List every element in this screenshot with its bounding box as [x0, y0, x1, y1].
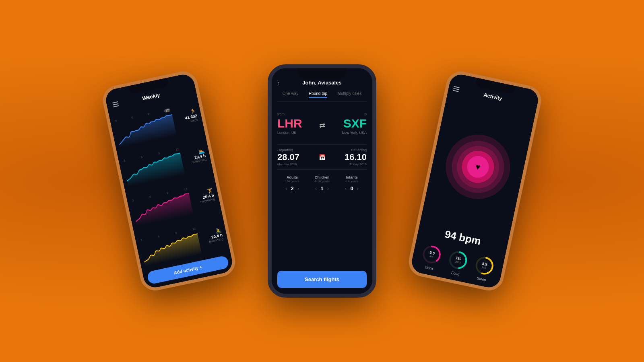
depart-label-1: Departing [277, 148, 316, 152]
to-label: to [328, 112, 367, 116]
children-counter-col: ‹ 1 › [307, 185, 337, 191]
adults-col: Adults 16+ years [277, 175, 307, 183]
adults-increment[interactable]: › [297, 186, 299, 191]
to-city: New York, USA [328, 131, 367, 135]
metric-sleep: 8.5 hrs Sleep [471, 254, 496, 283]
weekly-title: Weekly [142, 92, 161, 101]
chart-area-swim1: 36912 [122, 148, 184, 183]
pulse-rings: ♥ [440, 129, 516, 205]
calendar-icon: 📅 [319, 154, 326, 160]
route-from[interactable]: from LHR London, UK [277, 112, 316, 135]
infants-counter-col: ‹ 0 › [337, 185, 367, 191]
drink-value-container: 3.5 ltrs [420, 243, 444, 266]
drink-unit: ltrs [429, 255, 434, 258]
phones-container: Weekly 369 12 [101, 20, 543, 342]
children-age: 4-16 years [307, 179, 337, 183]
adults-counter-col: ‹ 2 › [277, 185, 307, 191]
chart-area-steps: 369 12 [114, 108, 175, 144]
metric-drink: 3.5 ltrs Drink [419, 243, 444, 272]
metric-food: 730 grms Food [445, 248, 470, 278]
flight-header: ‹ John, Aviasales [277, 80, 367, 86]
children-col: Children 4-16 years [307, 175, 337, 183]
drink-label: Drink [425, 265, 434, 271]
swim2-info: 🏋 20,4 h Swimming [191, 187, 215, 206]
depart-day-2: Friday 2016 [329, 162, 367, 166]
children-counter: ‹ 1 › [307, 185, 337, 191]
bpm-value: 94 bpm [444, 228, 482, 247]
phone-right: Activity ♥ 94 bpm [406, 69, 544, 294]
adults-count: 2 [289, 185, 295, 191]
infants-col: Infants < 4 years [337, 175, 367, 183]
food-value-container: 730 grms [446, 248, 470, 272]
depart-value-2: 16.10 [329, 153, 367, 162]
infants-label: Infants [337, 175, 367, 179]
chart-area-swim2: 36912 [131, 187, 192, 223]
phone-center-notch [298, 68, 346, 79]
tab-multiply-cities[interactable]: Multiply cities [338, 91, 361, 98]
infants-count: 0 [349, 185, 355, 191]
search-flights-button[interactable]: Search flights [277, 271, 367, 288]
passengers-section: Adults 16+ years Children 4-16 years Inf… [277, 175, 367, 194]
activity-screen: Activity ♥ 94 bpm [410, 72, 540, 290]
back-button[interactable]: ‹ [277, 80, 279, 86]
adults-decrement[interactable]: ‹ [285, 186, 287, 191]
swim1-label: Swimming [192, 158, 207, 164]
phone-left: Weekly 369 12 [100, 69, 238, 294]
passenger-counters-row: ‹ 2 › ‹ 1 › ‹ [277, 185, 367, 191]
swim1-info: 🏊 20,4 h Swimming [182, 148, 207, 166]
cycling-label: Swimming [208, 237, 224, 244]
children-label: Children [307, 175, 337, 179]
children-count: 1 [319, 185, 325, 191]
route-swap-icon[interactable]: ⇄ [319, 121, 325, 130]
sleep-unit: hrs [482, 265, 486, 269]
sleep-ring: 8.5 hrs [473, 254, 496, 278]
depart-value-1: 28.07 [277, 153, 316, 162]
infants-increment[interactable]: › [357, 186, 359, 191]
infants-age: < 4 years [337, 179, 367, 183]
food-label: Food [451, 271, 460, 276]
children-increment[interactable]: › [327, 186, 329, 191]
infants-decrement[interactable]: ‹ [345, 186, 347, 191]
heart-section: ♥ [425, 97, 530, 236]
chart-area-cycling: 36912 [140, 227, 201, 263]
tab-one-way[interactable]: One way [283, 91, 298, 98]
from-label: from [277, 112, 316, 116]
depart-date-2[interactable]: Departing 16.10 Friday 2016 [329, 148, 367, 166]
depart-date-1[interactable]: Departing 28.07 Monday 2016 [277, 148, 316, 166]
route-to[interactable]: to SXF New York, USA [328, 112, 367, 135]
passenger-types-row: Adults 16+ years Children 4-16 years Inf… [277, 175, 367, 183]
depart-label-2: Departing [329, 148, 367, 152]
menu-icon[interactable] [112, 101, 119, 107]
trip-tabs: One way Round trip Multiply cities [277, 91, 367, 102]
tab-round-trip[interactable]: Round trip [309, 91, 327, 98]
children-decrement[interactable]: ‹ [315, 186, 317, 191]
sleep-value-container: 8.5 hrs [473, 254, 496, 278]
cycling-info: 🚴 20,4 h Swimming [199, 227, 224, 245]
from-code: LHR [277, 117, 316, 130]
infants-counter: ‹ 0 › [337, 185, 367, 191]
food-ring: 730 grms [446, 248, 470, 272]
adults-age: 16+ years [277, 179, 307, 183]
weekly-screen: Weekly 369 12 [104, 72, 234, 290]
drink-ring: 3.5 ltrs [420, 243, 444, 266]
to-code: SXF [328, 117, 367, 130]
adults-counter: ‹ 2 › [277, 185, 307, 191]
phone-center: ‹ John, Aviasales One way Round trip Mul… [268, 64, 376, 298]
sleep-label: Sleep [477, 276, 487, 282]
swim2-label: Swimming [200, 197, 215, 204]
depart-day-1: Monday 2016 [277, 162, 316, 166]
from-city: London, UK [277, 131, 316, 135]
flight-title: John, Aviasales [302, 80, 341, 86]
dates-section: Departing 28.07 Monday 2016 📅 Departing … [277, 144, 367, 170]
steps-info: 🏃 41 632 Steps [174, 108, 198, 126]
flight-screen: ‹ John, Aviasales One way Round trip Mul… [272, 68, 372, 294]
adults-label: Adults [277, 175, 307, 179]
route-section: from LHR London, UK ⇄ to SXF New York, U… [277, 109, 367, 138]
